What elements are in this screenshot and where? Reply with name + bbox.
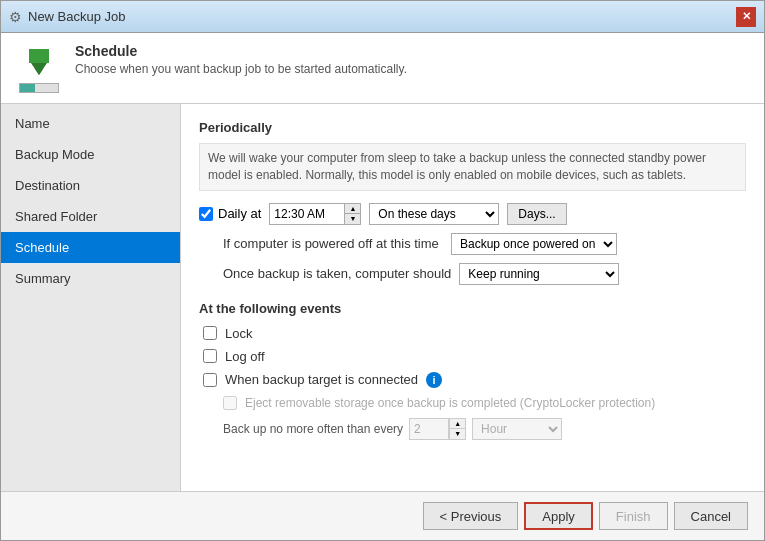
apply-button[interactable]: Apply: [524, 502, 593, 530]
sidebar-item-name[interactable]: Name: [1, 108, 180, 139]
sidebar-item-destination[interactable]: Destination: [1, 170, 180, 201]
header-description: Choose when you want backup job to be st…: [75, 62, 407, 76]
freq-input-group: ▲ ▼: [409, 418, 466, 440]
content-area: Periodically We will wake your computer …: [181, 104, 764, 491]
header-icon-area: [15, 43, 63, 93]
logoff-checkbox[interactable]: [203, 349, 217, 363]
eject-label: Eject removable storage once backup is c…: [245, 396, 655, 410]
logoff-row: Log off: [199, 349, 746, 364]
title-bar-left: ⚙ New Backup Job: [9, 9, 126, 25]
lock-checkbox[interactable]: [203, 326, 217, 340]
time-input[interactable]: [269, 203, 344, 225]
eject-checkbox: [223, 396, 237, 410]
header-area: Schedule Choose when you want backup job…: [1, 33, 764, 104]
window-title: New Backup Job: [28, 9, 126, 24]
freq-row: Back up no more often than every ▲ ▼ Hou…: [199, 418, 746, 440]
eject-row: Eject removable storage once backup is c…: [199, 396, 746, 410]
main-content: Name Backup Mode Destination Shared Fold…: [1, 104, 764, 491]
logoff-label: Log off: [225, 349, 265, 364]
progress-bar-fill: [20, 84, 35, 92]
lock-label: Lock: [225, 326, 252, 341]
events-title: At the following events: [199, 301, 746, 316]
header-text: Schedule Choose when you want backup job…: [75, 43, 407, 76]
powered-off-label: If computer is powered off at this time: [223, 236, 443, 251]
freq-spin-down: ▼: [450, 429, 465, 439]
sidebar-item-shared-folder[interactable]: Shared Folder: [1, 201, 180, 232]
progress-bar-container: [19, 83, 59, 93]
svg-marker-1: [31, 63, 47, 75]
target-connected-label: When backup target is connected: [225, 372, 418, 387]
time-spin-down[interactable]: ▼: [345, 214, 360, 224]
daily-checkbox[interactable]: [199, 207, 213, 221]
freq-spinner: ▲ ▼: [449, 418, 466, 440]
freq-spin-up: ▲: [450, 419, 465, 430]
freq-unit-dropdown: Hour Minute Day: [472, 418, 562, 440]
daily-row: Daily at ▲ ▼ On these days Every day Wee…: [199, 203, 746, 225]
days-dropdown[interactable]: On these days Every day Weekdays Weekend…: [369, 203, 499, 225]
sidebar-item-summary[interactable]: Summary: [1, 263, 180, 294]
powered-off-dropdown[interactable]: Backup once powered on Skip backup Wake …: [451, 233, 617, 255]
computer-should-label: Once backup is taken, computer should: [223, 266, 451, 281]
computer-should-row: Once backup is taken, computer should Ke…: [199, 263, 746, 285]
cancel-button[interactable]: Cancel: [674, 502, 748, 530]
main-window: ⚙ New Backup Job ✕ Schedule Choose when …: [0, 0, 765, 541]
header-title: Schedule: [75, 43, 407, 59]
finish-button[interactable]: Finish: [599, 502, 668, 530]
periodically-title: Periodically: [199, 120, 746, 135]
footer: < Previous Apply Finish Cancel: [1, 491, 764, 540]
freq-input: [409, 418, 449, 440]
sidebar-item-backup-mode[interactable]: Backup Mode: [1, 139, 180, 170]
schedule-icon: [21, 43, 57, 79]
previous-button[interactable]: < Previous: [423, 502, 519, 530]
time-group: ▲ ▼: [269, 203, 361, 225]
target-connected-checkbox[interactable]: [203, 373, 217, 387]
sidebar-item-schedule[interactable]: Schedule: [1, 232, 180, 263]
time-spinner: ▲ ▼: [344, 203, 361, 225]
info-text: We will wake your computer from sleep to…: [199, 143, 746, 191]
freq-label: Back up no more often than every: [223, 422, 403, 436]
days-button[interactable]: Days...: [507, 203, 566, 225]
target-connected-row: When backup target is connected i: [199, 372, 746, 388]
lock-row: Lock: [199, 326, 746, 341]
gear-icon: ⚙: [9, 9, 22, 25]
time-spin-up[interactable]: ▲: [345, 204, 360, 215]
close-button[interactable]: ✕: [736, 7, 756, 27]
powered-off-row: If computer is powered off at this time …: [199, 233, 746, 255]
title-bar: ⚙ New Backup Job ✕: [1, 1, 764, 33]
events-section: At the following events Lock Log off Whe…: [199, 301, 746, 440]
info-icon[interactable]: i: [426, 372, 442, 388]
sidebar: Name Backup Mode Destination Shared Fold…: [1, 104, 181, 491]
daily-checkbox-label: Daily at: [199, 206, 261, 221]
computer-should-dropdown[interactable]: Keep running Sleep Hibernate Shut down: [459, 263, 619, 285]
